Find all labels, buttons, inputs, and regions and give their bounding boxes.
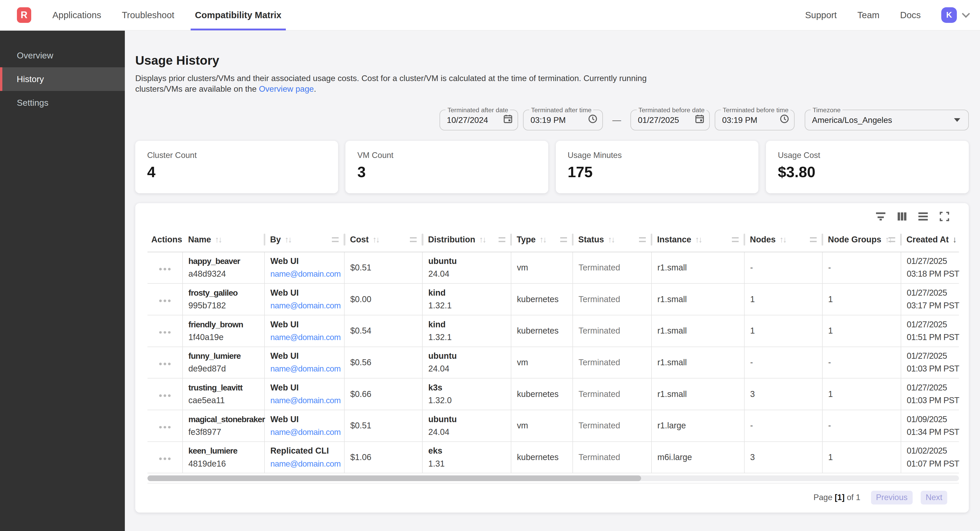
sort-icon[interactable]: ↑↓ <box>608 235 614 244</box>
column-menu-icon[interactable] <box>499 237 505 242</box>
nav-item-troubleshoot[interactable]: Troubleshoot <box>122 0 174 30</box>
column-menu-icon[interactable] <box>560 237 567 242</box>
creator-email-link[interactable]: name@domain.com <box>270 269 341 279</box>
user-avatar[interactable]: K <box>941 7 957 23</box>
column-header-type[interactable]: Type↑↓ <box>511 228 573 252</box>
row-actions-button[interactable] <box>158 426 172 429</box>
sort-icon[interactable]: ↑↓ <box>695 235 702 244</box>
creator-email-link[interactable]: name@domain.com <box>270 333 341 342</box>
column-menu-icon[interactable] <box>888 237 895 242</box>
column-header-created[interactable]: Created At↓ <box>901 228 959 252</box>
row-actions-button[interactable] <box>158 458 172 460</box>
terminated-after-date-field[interactable]: Terminated after date 10/27/2024 <box>439 109 518 130</box>
sort-desc-icon[interactable]: ↓ <box>953 235 957 244</box>
column-header-nodes[interactable]: Nodes↑↓ <box>745 228 822 252</box>
calendar-icon[interactable] <box>695 114 704 126</box>
cell-nodes: 1 <box>745 315 822 347</box>
clock-icon[interactable] <box>780 114 789 126</box>
stat-usage-cost: Usage Cost $3.80 <box>766 141 969 193</box>
column-header-name[interactable]: Name↑↓ <box>183 228 264 252</box>
columns-icon[interactable] <box>897 211 907 221</box>
calendar-icon[interactable] <box>503 114 512 126</box>
nav-item-compatibility-matrix[interactable]: Compatibility Matrix <box>191 0 286 30</box>
cell-node_groups: - <box>822 410 901 442</box>
cell-created: 01/27/202503:18 PM PST <box>901 252 959 284</box>
row-actions-button[interactable] <box>158 331 172 334</box>
column-menu-icon[interactable] <box>810 237 817 242</box>
nav-item-support[interactable]: Support <box>805 0 837 30</box>
nav-item-applications[interactable]: Applications <box>52 0 102 30</box>
creator-email-link[interactable]: name@domain.com <box>270 364 341 373</box>
cell-distribution: kind1.32.1 <box>422 315 511 347</box>
overview-page-link[interactable]: Overview page <box>259 84 313 94</box>
cell-cost: $0.54 <box>344 315 422 347</box>
cell-name: happy_beavera48d9324 <box>183 252 264 284</box>
cell-nodes: - <box>745 347 822 379</box>
cell-distribution: ubuntu24.04 <box>422 347 511 379</box>
fullscreen-icon[interactable] <box>939 211 949 221</box>
sort-icon[interactable]: ↑↓ <box>215 235 221 244</box>
terminated-after-time-field[interactable]: Terminated after time 03:19 PM <box>523 109 603 130</box>
replicated-logo[interactable]: R <box>17 7 31 23</box>
cell-actions <box>148 252 182 284</box>
stat-cluster-count: Cluster Count 4 <box>135 141 338 193</box>
sort-icon[interactable]: ↑↓ <box>780 235 786 244</box>
chevron-down-icon[interactable] <box>962 10 970 18</box>
filter-icon[interactable] <box>876 211 886 221</box>
cell-status: Terminated <box>573 252 652 284</box>
column-menu-icon[interactable] <box>332 237 339 242</box>
cell-instance: r1.large <box>652 410 745 442</box>
sort-icon[interactable]: ↑↓ <box>372 235 379 244</box>
sort-icon[interactable]: ↑↓ <box>539 235 546 244</box>
top-navigation: R Applications Troubleshoot Compatibilit… <box>0 0 980 31</box>
density-icon[interactable] <box>918 211 928 221</box>
sidebar-item-settings[interactable]: Settings <box>0 91 125 114</box>
column-header-node_groups[interactable]: Node Groups↑↓ <box>822 228 901 252</box>
column-header-actions: Actions <box>148 228 182 252</box>
column-header-by[interactable]: By↑↓ <box>264 228 344 252</box>
cell-instance: r1.small <box>652 315 745 347</box>
column-menu-icon[interactable] <box>410 237 417 242</box>
cell-status: Terminated <box>573 315 652 347</box>
cell-node_groups: 1 <box>822 378 901 410</box>
terminated-before-date-field[interactable]: Terminated before date 01/27/2025 <box>630 109 710 130</box>
cell-by: Web UIname@domain.com <box>264 252 344 284</box>
creator-email-link[interactable]: name@domain.com <box>270 428 341 437</box>
table-row: funny_lumierede9ed87dWeb UIname@domain.c… <box>148 347 959 379</box>
timezone-select[interactable]: Timezone America/Los_Angeles <box>805 109 969 130</box>
creator-email-link[interactable]: name@domain.com <box>270 396 341 405</box>
column-header-cost[interactable]: Cost↑↓ <box>344 228 422 252</box>
next-page-button[interactable]: Next <box>921 491 948 504</box>
creator-email-link[interactable]: name@domain.com <box>270 301 341 310</box>
sidebar-item-overview[interactable]: Overview <box>0 44 125 67</box>
cell-cost: $0.56 <box>344 347 422 379</box>
cell-cost: $0.51 <box>344 252 422 284</box>
creator-email-link[interactable]: name@domain.com <box>270 459 341 468</box>
nav-item-team[interactable]: Team <box>857 0 879 30</box>
previous-page-button[interactable]: Previous <box>871 491 913 504</box>
scrollbar-thumb[interactable] <box>148 476 641 481</box>
row-actions-button[interactable] <box>158 300 172 302</box>
cell-nodes: 3 <box>745 442 822 473</box>
nav-item-docs[interactable]: Docs <box>900 0 921 30</box>
column-menu-icon[interactable] <box>639 237 646 242</box>
row-actions-button[interactable] <box>158 268 172 270</box>
cell-type: kubernetes <box>511 442 573 473</box>
cell-status: Terminated <box>573 378 652 410</box>
terminated-before-time-field[interactable]: Terminated before time 03:19 PM <box>715 109 795 130</box>
cell-created: 01/27/202503:17 PM PST <box>901 284 959 315</box>
sort-icon[interactable]: ↑↓ <box>285 235 291 244</box>
column-menu-icon[interactable] <box>732 237 739 242</box>
row-actions-button[interactable] <box>158 394 172 397</box>
page-description: Displays prior clusters/VMs and their as… <box>135 73 969 94</box>
column-header-instance[interactable]: Instance↑↓ <box>652 228 745 252</box>
horizontal-scrollbar[interactable] <box>148 476 959 481</box>
row-actions-button[interactable] <box>158 363 172 365</box>
sidebar-item-history[interactable]: History <box>0 67 125 91</box>
date-range-separator: — <box>612 115 621 125</box>
sort-icon[interactable]: ↑↓ <box>479 235 485 244</box>
column-header-status[interactable]: Status↑↓ <box>573 228 652 252</box>
cell-name: trusting_leavittcae5ea11 <box>183 378 264 410</box>
clock-icon[interactable] <box>588 114 597 126</box>
column-header-distribution[interactable]: Distribution↑↓ <box>422 228 511 252</box>
